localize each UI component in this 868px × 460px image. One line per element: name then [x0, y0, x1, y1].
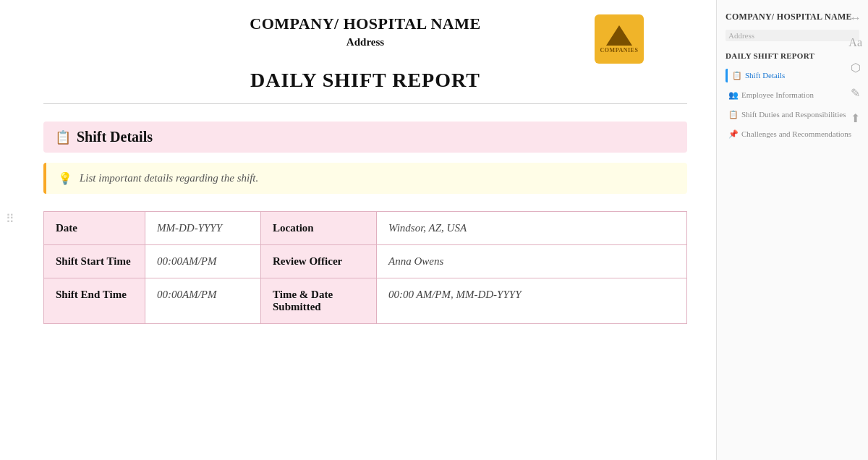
header-text: COMPANY/ HOSPITAL NAME Address	[250, 14, 480, 48]
section-title: Shift Details	[77, 129, 153, 145]
sidebar-label-employee-info: Employee Information	[741, 90, 814, 99]
main-content: ⠿ COMPANY/ HOSPITAL NAME Address COMPANI…	[0, 0, 716, 460]
shift-details-table: Date MM-DD-YYYY Location Windsor, AZ, US…	[43, 211, 687, 324]
logo-text: COMPANIES	[600, 47, 639, 54]
section-icon: 📋	[55, 129, 71, 145]
share-icon[interactable]: ⬆	[851, 111, 860, 125]
location-label: Location	[261, 212, 377, 245]
logo-wrapper: COMPANIES	[595, 14, 644, 64]
review-officer-value[interactable]: Anna Owens	[377, 245, 687, 278]
date-label: Date	[44, 212, 145, 245]
date-value[interactable]: MM-DD-YYYY	[145, 212, 261, 245]
sidebar-label-challenges: Challenges and Recommendations	[741, 129, 851, 138]
sidebar-address: Address	[726, 30, 859, 41]
sidebar-tools: ↔ Aa ⬡ ✎ ⬆	[848, 12, 862, 125]
header-top: COMPANY/ HOSPITAL NAME Address COMPANIES	[43, 14, 687, 48]
table-row: Shift End Time 00:00AM/PM Time & Date Su…	[44, 278, 687, 324]
table-row: Date MM-DD-YYYY Location Windsor, AZ, US…	[44, 212, 687, 245]
time-date-submitted-value[interactable]: 00:00 AM/PM, MM-DD-YYYY	[377, 278, 687, 324]
shift-details-section: 📋 Shift Details 💡 List important details…	[43, 122, 687, 324]
sidebar-icon-shift-duties: 📋	[728, 110, 739, 119]
edit-icon[interactable]: ✎	[851, 86, 860, 100]
hint-box: 💡 List important details regarding the s…	[43, 163, 687, 194]
hint-icon: 💡	[58, 171, 72, 185]
sidebar-company-name: COMPANY/ HOSPITAL NAME	[726, 12, 859, 22]
table-row: Shift Start Time 00:00AM/PM Review Offic…	[44, 245, 687, 278]
sidebar-item-employee-info[interactable]: 👥 Employee Information	[726, 88, 859, 102]
section-header-shift-details: 📋 Shift Details	[43, 122, 687, 153]
sidebar-icon-shift-details: 📋	[732, 71, 742, 80]
expand-icon[interactable]: ↔	[850, 12, 861, 25]
sidebar-icon-challenges: 📌	[728, 129, 739, 139]
sidebar-item-shift-duties[interactable]: 📋 Shift Duties and Responsibilities	[726, 108, 859, 122]
sidebar-report-title: DAILY SHIFT REPORT	[726, 51, 859, 60]
sidebar-item-challenges[interactable]: 📌 Challenges and Recommendations	[726, 127, 859, 141]
sidebar-label-shift-details: Shift Details	[745, 71, 785, 80]
company-address: Address	[250, 36, 480, 48]
location-value[interactable]: Windsor, AZ, USA	[377, 212, 687, 245]
doc-title: DAILY SHIFT REPORT	[250, 69, 480, 92]
shift-end-label: Shift End Time	[44, 278, 145, 324]
review-officer-label: Review Officer	[261, 245, 377, 278]
drag-handle[interactable]: ⠿	[6, 213, 14, 225]
doc-header: COMPANY/ HOSPITAL NAME Address COMPANIES…	[43, 14, 687, 104]
time-date-submitted-label: Time & Date Submitted	[261, 278, 377, 324]
font-icon[interactable]: Aa	[848, 36, 862, 49]
sidebar-label-shift-duties: Shift Duties and Responsibilities	[741, 110, 846, 119]
logo-triangle-icon	[606, 25, 632, 46]
sidebar: COMPANY/ HOSPITAL NAME Address DAILY SHI…	[716, 0, 868, 460]
link-icon[interactable]: ⬡	[851, 61, 861, 74]
sidebar-item-shift-details[interactable]: 📋 Shift Details	[726, 69, 859, 82]
logo-box: COMPANIES	[595, 14, 644, 64]
hint-text: List important details regarding the shi…	[80, 172, 258, 184]
shift-start-value[interactable]: 00:00AM/PM	[145, 245, 261, 278]
shift-start-label: Shift Start Time	[44, 245, 145, 278]
sidebar-icon-employee-info: 👥	[728, 90, 739, 100]
shift-end-value[interactable]: 00:00AM/PM	[145, 278, 261, 324]
company-name: COMPANY/ HOSPITAL NAME	[250, 14, 480, 33]
